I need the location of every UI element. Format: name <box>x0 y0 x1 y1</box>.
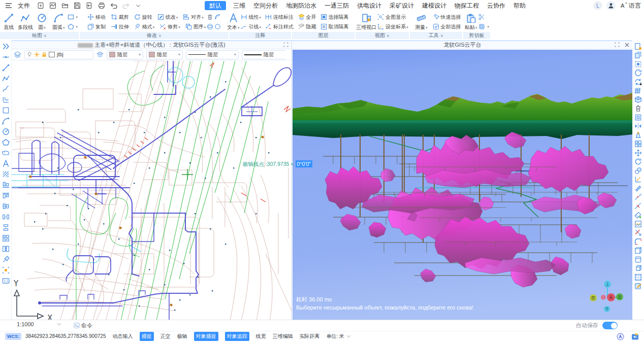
maximize-3d-icon[interactable] <box>615 42 620 47</box>
ribbon-group-annotate-label[interactable]: 注释 <box>230 32 291 39</box>
ribbon-line-button[interactable]: 直线 <box>1 13 17 31</box>
ribbon-rotate-button[interactable]: 旋转 <box>134 13 152 21</box>
panel-3d-titlebar[interactable]: 龙软GIS云平台 <box>293 41 632 49</box>
right-tool-select-box[interactable] <box>634 60 642 68</box>
statusbar-snap[interactable]: 捕捉 <box>140 332 154 341</box>
right-tool-rect3d[interactable] <box>634 247 642 255</box>
hamburger-menu-icon[interactable] <box>4 2 13 10</box>
layer-color-swatch[interactable] <box>49 52 55 57</box>
statusbar-dynamic-input[interactable]: 动态输入 <box>113 333 133 340</box>
right-tool-fillet[interactable] <box>634 237 642 246</box>
left-tool-distribute-h[interactable] <box>2 213 10 221</box>
right-tool-refresh[interactable] <box>634 78 642 86</box>
language-switch[interactable]: A语言 <box>620 2 641 10</box>
menu-tab-default[interactable]: 默认 <box>205 1 226 10</box>
file-menu[interactable]: 文件 <box>18 2 30 10</box>
ribbon-sphere-button[interactable] <box>207 23 213 31</box>
right-tool-copy-object[interactable] <box>634 166 642 175</box>
ribbon-continue-dim-button[interactable]: 连续标注 <box>265 13 294 21</box>
ribbon-group-tools-label[interactable]: 工具∨ <box>410 32 462 39</box>
ribbon-copy-button[interactable]: 复制 <box>87 23 106 31</box>
ribbon-select-all-button[interactable]: 全部选择 <box>433 23 461 31</box>
more-chevron-button[interactable] <box>134 2 142 10</box>
menu-tab-ventilation[interactable]: 一通三防 <box>320 0 353 11</box>
layer-select[interactable]: jtbj <box>24 50 93 59</box>
right-tool-copy-view[interactable] <box>634 51 642 59</box>
right-tool-clip[interactable] <box>634 220 642 228</box>
left-tool-align-bottom[interactable] <box>2 181 10 189</box>
ribbon-unisolate-button[interactable]: 取消隔离 <box>320 23 349 31</box>
right-tool-box2[interactable] <box>634 255 642 263</box>
ribbon-polygon-button[interactable]: ▾ <box>68 23 78 31</box>
ribbon-linear-dim-button[interactable]: 线性▾ <box>241 13 262 21</box>
ribbon-group-draw-label[interactable]: 绘图∨ <box>0 32 79 39</box>
right-tool-frame[interactable] <box>634 113 642 121</box>
unit-chevron-icon[interactable] <box>346 335 351 338</box>
wcs-badge[interactable]: WCS: <box>5 333 21 340</box>
right-tool-gridfill[interactable] <box>634 273 642 281</box>
left-tool-spline[interactable] <box>2 85 10 93</box>
undo-button[interactable] <box>109 2 118 10</box>
left-tool-arc[interactable] <box>2 117 10 125</box>
ribbon-arc-button[interactable]: 圆弧▾ <box>51 13 67 31</box>
redo-button[interactable] <box>121 2 130 10</box>
right-tool-mirror[interactable] <box>634 122 642 130</box>
left-tool-distribute-v[interactable] <box>2 223 10 231</box>
canvas-2d[interactable]: Y X 极轴线点 :307.9735 < 0°0'0" <box>12 61 292 321</box>
scale-chevron-icon[interactable] <box>57 323 61 326</box>
right-tool-rotate-view[interactable] <box>634 69 642 77</box>
export-button[interactable] <box>85 2 93 10</box>
left-tool-polygon[interactable] <box>2 138 10 146</box>
scale-select[interactable]: 1:1000 <box>17 321 34 327</box>
ribbon-trim-button[interactable]: 修剪▾ <box>159 23 180 31</box>
ribbon-zoom-all-button[interactable]: 全图显示 <box>377 13 406 21</box>
menu-tab-spatial-analysis[interactable]: 空间分析 <box>249 0 282 11</box>
ribbon-viewport-3d-button[interactable]: 三维视口 <box>356 13 376 31</box>
left-tool-expand-panel[interactable] <box>2 42 10 50</box>
left-tool-array[interactable] <box>2 234 10 242</box>
left-tool-rectangle[interactable] <box>2 106 10 114</box>
lineweight-select[interactable]: 随层 <box>242 50 285 59</box>
right-tool-offset3d[interactable] <box>634 176 642 184</box>
right-tool-editbox[interactable] <box>634 282 642 290</box>
right-tool-cube[interactable] <box>634 95 642 104</box>
color-select-1[interactable]: 随层▾ <box>107 50 143 59</box>
statusbar-ortho[interactable]: 正交 <box>160 333 171 340</box>
right-tool-new-drawing[interactable] <box>634 42 642 50</box>
share-folder-icon[interactable] <box>631 333 639 340</box>
ribbon-group-view-label[interactable]: 视图∨ <box>356 32 409 39</box>
save-button[interactable] <box>73 2 81 10</box>
left-tool-match[interactable] <box>2 255 10 263</box>
menu-tab-help[interactable]: 帮助 <box>509 0 530 11</box>
right-tool-grid[interactable] <box>634 87 642 95</box>
right-tool-move[interactable] <box>634 149 642 157</box>
ribbon-set-coordsys-button[interactable]: 设坐标系▾ <box>377 23 408 31</box>
ribbon-cut-button[interactable] <box>478 13 489 21</box>
ribbon-paste-button[interactable]: 粘贴▾ <box>464 13 477 31</box>
ribbon-copy-clip-button[interactable]: ▾ <box>478 23 489 31</box>
left-tool-scale-1-1[interactable]: 1:1 <box>2 277 10 285</box>
ribbon-dim-style-button[interactable]: 标注样式 <box>265 23 294 31</box>
left-tool-align-top[interactable] <box>2 191 10 199</box>
ribbon-group-clipboard-label[interactable]: 剪切板 <box>463 32 490 39</box>
ribbon-circle-button[interactable]: 圆▾ <box>34 13 50 31</box>
bulb-icon[interactable] <box>27 52 32 57</box>
menu-tab-cloud-collab[interactable]: 云协作 <box>483 0 509 11</box>
ribbon-group-modify-label[interactable]: 修改∨ <box>80 32 229 39</box>
user-badge[interactable]: L <box>594 2 602 10</box>
ribbon-arc-edit-button[interactable] <box>214 13 221 21</box>
ribbon-stretch-button[interactable]: 拉伸 <box>111 23 129 31</box>
linetype-select[interactable]: 随层▾ <box>186 50 239 59</box>
menu-tab-mining-design[interactable]: 采矿设计 <box>385 0 418 11</box>
close-icon[interactable] <box>625 43 629 47</box>
menu-tab-modeling-design[interactable]: 建模设计 <box>418 0 450 11</box>
statusbar-polar[interactable]: 极轴 <box>177 333 187 340</box>
statusbar-object-track[interactable]: 对象追踪 <box>225 332 249 341</box>
autosave-toggle[interactable] <box>602 322 618 329</box>
statusbar-object-snap[interactable]: 对象捕捉 <box>194 332 218 341</box>
ribbon-polyline-button[interactable]: 多段线 <box>18 13 34 31</box>
account-icon[interactable] <box>606 1 616 10</box>
ribbon-face-button[interactable] <box>214 23 221 31</box>
ribbon-rectangle-button[interactable]: ▾ <box>68 13 78 21</box>
viewport-3d[interactable]: 上 下 西 东 北 耗时 36.00 ms Выберите несырьман… <box>293 50 632 321</box>
